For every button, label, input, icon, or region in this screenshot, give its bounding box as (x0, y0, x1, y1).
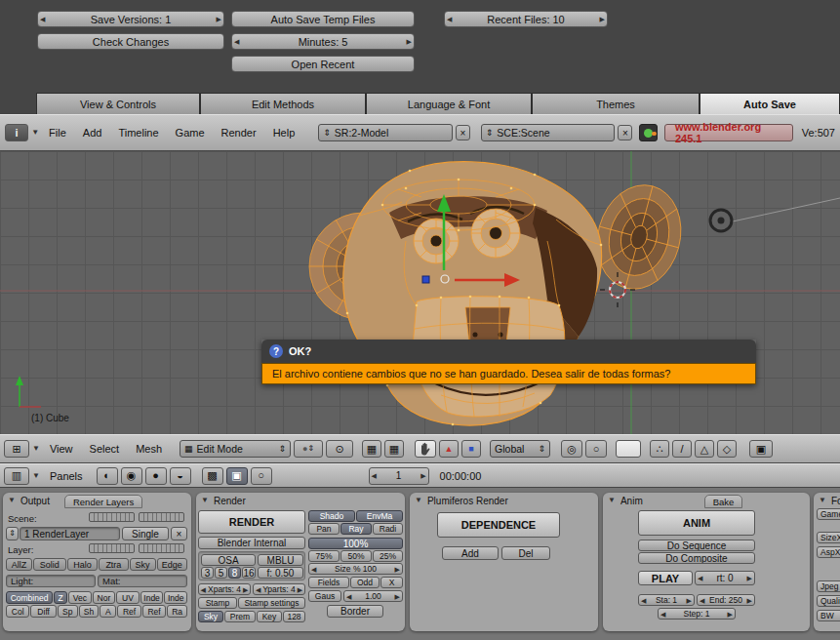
header-collapse-icon[interactable]: ▼ (32, 445, 40, 453)
stepper-right-icon[interactable]: ▶ (405, 38, 414, 45)
scene-layer-grid-b[interactable] (139, 512, 184, 522)
osa-3-button[interactable]: 3 (201, 567, 214, 579)
pass-combined[interactable]: Combined (6, 591, 53, 604)
screen-selector[interactable]: ⇕ SR:2-Model (318, 124, 453, 141)
select-mode-edge-button[interactable]: / (672, 440, 692, 458)
stepper-left-icon[interactable]: ◀ (254, 586, 262, 593)
save-versions-stepper[interactable]: ◀ Save Versions: 1 ▶ (37, 11, 224, 27)
stepper-right-icon[interactable]: ▶ (745, 575, 754, 581)
tab-view-controls[interactable]: View & Controls (36, 93, 200, 114)
viewport-3d[interactable]: (1) Cube ? OK? El archivo contiene cambi… (0, 151, 840, 434)
stepper-right-icon[interactable]: ▶ (296, 586, 304, 593)
do-sequence-toggle[interactable]: Do Sequence (638, 540, 755, 551)
toggle-sky[interactable]: Sky (130, 558, 156, 571)
pass-rad[interactable]: Ra (167, 605, 187, 618)
pivot-dropdown[interactable]: ⊙ (326, 440, 353, 458)
stepper-left-icon[interactable]: ◀ (199, 586, 208, 593)
header-collapse-icon[interactable]: ▼ (31, 129, 39, 137)
frame-stepper[interactable]: ◀ 1 ▶ (369, 467, 429, 485)
menu-timeline[interactable]: Timeline (111, 127, 165, 139)
mode-dropdown[interactable]: ▦ Edit Mode ⇕ (180, 440, 291, 458)
envmap-toggle[interactable]: EnvMa (356, 510, 403, 522)
mat-field[interactable]: Mat: (98, 575, 187, 587)
fields-toggle[interactable]: Fields (308, 577, 349, 588)
pass-vec[interactable]: Vec (68, 591, 92, 604)
pass-diff[interactable]: Diff (30, 605, 56, 618)
stepper-right-icon[interactable]: ▶ (215, 16, 223, 22)
yparts-stepper[interactable]: ◀ Yparts: 4 ▶ (253, 583, 305, 595)
sky-toggle[interactable]: Sky (198, 611, 223, 622)
stepper-left-icon[interactable]: ◀ (659, 611, 667, 618)
radio-toggle[interactable]: Radi (373, 523, 403, 535)
stepper-right-icon[interactable]: ▶ (393, 566, 402, 573)
website-badge[interactable]: www.blender.org 245.1 (664, 124, 793, 141)
step-stepper[interactable]: ◀ Step: 1 ▶ (658, 608, 736, 620)
browse-icon[interactable]: ⇕ (323, 129, 331, 138)
snap-button[interactable]: ○ (585, 440, 607, 458)
window-type-icon[interactable]: i (5, 124, 28, 141)
bf-stepper[interactable]: f: 0.50 (258, 567, 303, 579)
bw-toggle[interactable]: BW (817, 610, 840, 621)
context-shading-button[interactable]: ● (145, 467, 167, 485)
stepper-right-icon[interactable]: ▶ (598, 16, 607, 22)
render-preview-button[interactable]: ▣ (749, 440, 773, 458)
quality-stepper[interactable]: Quality (817, 595, 840, 607)
menu-render[interactable]: Render (215, 127, 263, 139)
menu-game[interactable]: Game (169, 127, 212, 139)
context-script-button[interactable]: ◉ (121, 467, 142, 485)
stepper-left-icon[interactable]: ◀ (639, 597, 648, 604)
renderlayer-name-field[interactable]: 1 RenderLayer (20, 527, 120, 540)
odd-toggle[interactable]: Odd (350, 577, 380, 588)
pano-toggle[interactable]: Pan (308, 523, 340, 535)
menu-add[interactable]: Add (76, 127, 109, 139)
size-percent-stepper[interactable]: ◀ Size % 100 ▶ (308, 563, 403, 575)
pass-ao[interactable]: A (100, 605, 116, 618)
key-value-field[interactable]: 128 (283, 611, 305, 622)
draw-type-dropdown[interactable]: ● ⇕ (294, 440, 323, 458)
tab-language-font[interactable]: Language & Font (366, 93, 532, 114)
layer-buttons-b[interactable]: ▦ (384, 440, 404, 458)
browse-icon[interactable]: ⇕ (486, 129, 494, 138)
osa-5-button[interactable]: 5 (215, 567, 227, 579)
context-world-button[interactable]: ○ (251, 467, 272, 485)
viewport-type-icon[interactable]: ⊞ (4, 440, 29, 458)
menu-panels[interactable]: Panels (43, 470, 90, 482)
render-button[interactable]: RENDER (198, 510, 305, 534)
premul-toggle[interactable]: Prem (224, 611, 256, 622)
renderlayer-browse-button[interactable]: ⇕ (6, 527, 19, 540)
select-mode-face-button[interactable]: △ (695, 440, 714, 458)
size-75-button[interactable]: 75% (308, 550, 340, 562)
stepper-left-icon[interactable]: ◀ (370, 472, 379, 479)
auto-save-temp-files-toggle[interactable]: Auto Save Temp Files (231, 11, 415, 27)
tab-themes[interactable]: Themes (532, 93, 700, 114)
panel-collapse-icon[interactable]: ▼ (415, 497, 422, 504)
stamp-settings-button[interactable]: Stamp settings (238, 597, 305, 609)
proportional-edit-button[interactable]: ◎ (561, 440, 582, 458)
output-panel-header[interactable]: ▼ Output Render Layers (3, 493, 191, 508)
pass-shad[interactable]: Sh (79, 605, 100, 618)
gauss-toggle[interactable]: Gaus (308, 590, 341, 602)
scene-close-button[interactable]: × (618, 125, 632, 140)
menu-view[interactable]: View (43, 443, 80, 455)
stepper-right-icon[interactable]: ▶ (685, 597, 694, 604)
layer-buttons-a[interactable]: ▦ (362, 440, 381, 458)
render-panel-header[interactable]: ▼ Render (196, 493, 405, 508)
border-toggle[interactable]: Border (327, 605, 383, 618)
pass-nor[interactable]: Nor (93, 591, 116, 604)
single-toggle[interactable]: Single (122, 527, 169, 540)
engine-dropdown[interactable]: Blender Internal (198, 537, 305, 549)
game-framing-button[interactable]: Game f (817, 508, 840, 520)
stepper-left-icon[interactable]: ◀ (38, 16, 47, 22)
size-50-button[interactable]: 50% (340, 550, 372, 562)
manipulator-scale-button[interactable]: ■ (461, 440, 481, 458)
sta-stepper[interactable]: ◀ Sta: 1 ▶ (638, 594, 695, 606)
context-object-button[interactable]: ◒ (170, 467, 191, 485)
key-toggle[interactable]: Key (257, 611, 282, 622)
stamp-toggle[interactable]: Stamp (198, 597, 237, 609)
aspx-stepper[interactable]: AspX: (817, 546, 840, 558)
tab-edit-methods[interactable]: Edit Methods (200, 93, 366, 114)
stepper-left-icon[interactable]: ◀ (309, 566, 318, 573)
stepper-right-icon[interactable]: ▶ (393, 593, 402, 600)
gauss-value-stepper[interactable]: ◀ 1.00 ▶ (343, 590, 403, 602)
pass-uv[interactable]: UV (116, 591, 140, 604)
